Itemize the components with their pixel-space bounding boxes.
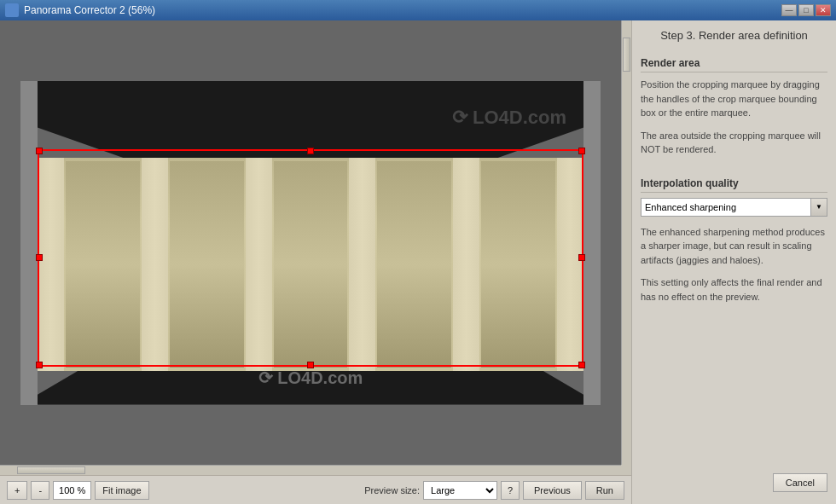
column-strip: [38, 158, 583, 371]
pillar: [349, 158, 375, 371]
statue-col: [66, 161, 140, 368]
horizontal-scrollbar[interactable]: [0, 465, 621, 475]
maximize-button[interactable]: □: [798, 4, 814, 16]
panorama-image: ⟳ LO4D.com ⟳ LO4D.com: [20, 81, 601, 405]
fit-image-button[interactable]: Fit image: [95, 481, 148, 500]
side-grey-right: [583, 81, 601, 405]
zoom-value-display: 100 %: [53, 481, 91, 500]
main-container: ⟳ LO4D.com ⟳ LO4D.com + - 100 % Fit imag…: [0, 20, 836, 504]
bottom-toolbar: + - 100 % Fit image Preview size: Small …: [0, 475, 631, 504]
pillar: [38, 158, 64, 371]
run-button[interactable]: Run: [585, 481, 624, 500]
zoom-out-button[interactable]: -: [31, 481, 49, 500]
pillar: [453, 158, 479, 371]
render-area-section: Render area Position the cropping marque…: [641, 57, 827, 165]
panorama-container: ⟳ LO4D.com ⟳ LO4D.com: [0, 20, 621, 465]
preview-size-label: Preview size:: [364, 485, 420, 495]
interpolation-heading: Interpolation quality: [641, 177, 827, 193]
render-area-heading: Render area: [641, 57, 827, 72]
statue-col: [274, 161, 348, 368]
side-grey-left: [20, 81, 38, 405]
cancel-button[interactable]: Cancel: [773, 473, 827, 492]
previous-button[interactable]: Previous: [523, 481, 582, 500]
render-area-description1: Position the cropping marquee by draggin…: [641, 78, 827, 120]
cancel-button-container: Cancel: [641, 473, 827, 492]
scrollbar-corner: [621, 465, 631, 475]
statue-col: [377, 161, 451, 368]
interpolation-select[interactable]: Normal Enhanced sharpening Lanczos: [641, 198, 827, 217]
scroll-wrapper: ⟳ LO4D.com ⟳ LO4D.com: [0, 20, 631, 475]
canvas-area: ⟳ LO4D.com ⟳ LO4D.com + - 100 % Fit imag…: [0, 20, 631, 504]
title-bar-buttons: — □ ✕: [781, 4, 831, 16]
image-viewport[interactable]: ⟳ LO4D.com ⟳ LO4D.com: [0, 20, 621, 465]
zoom-in-button[interactable]: +: [7, 481, 27, 500]
help-button[interactable]: ?: [501, 481, 520, 500]
preview-size-select[interactable]: Small Medium Large Extra Large: [423, 481, 497, 500]
building-facade: [38, 158, 583, 371]
right-panel: Step 3. Render area definition Render ar…: [631, 20, 836, 504]
statue-col: [170, 161, 244, 368]
window-title: Panorama Corrector 2 (56%): [24, 4, 155, 16]
render-area-description2: The area outside the cropping marquee wi…: [641, 129, 827, 157]
horizontal-scroll-thumb[interactable]: [17, 466, 85, 474]
statue-col: [481, 161, 555, 368]
pillar: [557, 158, 583, 371]
interpolation-description1: The enhanced sharpening method produces …: [641, 225, 827, 268]
minimize-button[interactable]: —: [781, 4, 797, 16]
interpolation-dropdown-container: Normal Enhanced sharpening Lanczos ▼: [641, 198, 827, 217]
interpolation-description2: This setting only affects the final rend…: [641, 275, 827, 304]
pillar: [142, 158, 168, 371]
vertical-scroll-thumb[interactable]: [623, 38, 630, 72]
pillar: [246, 158, 272, 371]
step-title: Step 3. Render area definition: [641, 29, 827, 47]
app-icon: [5, 3, 19, 17]
vertical-scrollbar[interactable]: [621, 20, 631, 465]
title-bar-left: Panorama Corrector 2 (56%): [5, 3, 155, 17]
interpolation-section: Interpolation quality Normal Enhanced sh…: [641, 177, 827, 313]
close-button[interactable]: ✕: [816, 4, 831, 16]
title-bar: Panorama Corrector 2 (56%) — □ ✕: [0, 0, 836, 20]
